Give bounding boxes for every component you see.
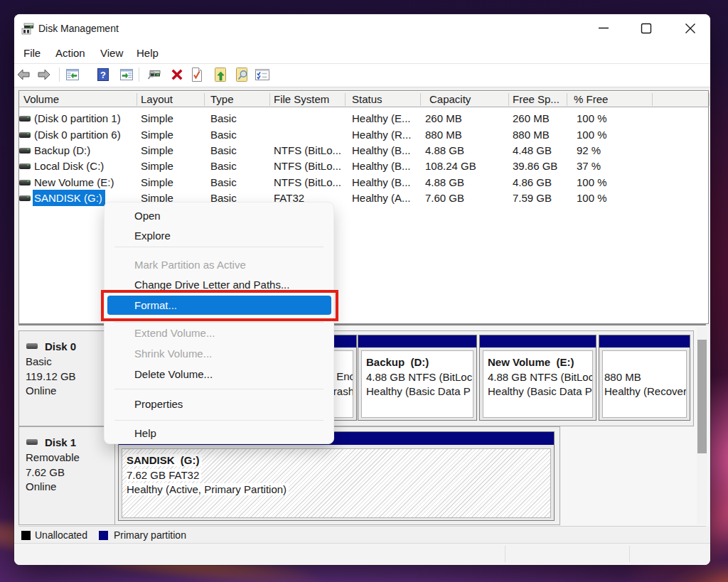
svg-text:?: ? (100, 70, 106, 80)
